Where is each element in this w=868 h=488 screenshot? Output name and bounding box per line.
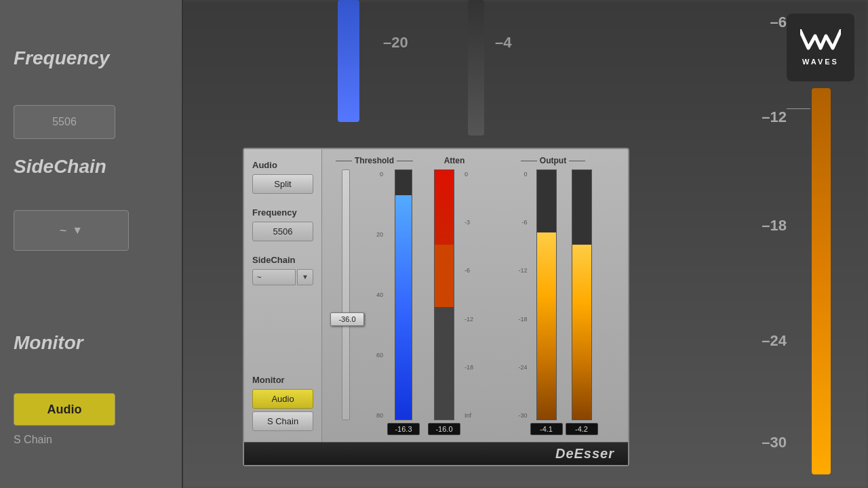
plugin-name: DeEsser [555,446,614,462]
bg-sidechain-label: SideChain [14,156,106,178]
output-left-wrapper: -4.1 [530,169,563,435]
atten-red-fill [435,170,454,245]
bg-scale-12: –12 [762,108,787,126]
bg-frequency-box: 5506 [14,105,115,139]
output-meter-group: 0 -6 -12 -18 -24 -30 -4.1 [509,169,598,435]
atten-dark-fill [435,307,454,420]
frequency-value[interactable]: 5506 [252,222,313,241]
threshold-slider-track: -36.0 [342,169,350,420]
atten-header: Atten [444,156,465,165]
sidechain-dropdown-arrow[interactable]: ▼ [297,269,313,285]
frequency-section: Frequency 5506 [252,207,313,241]
dash2 [790,108,810,109]
output-right-value: -4.2 [566,423,598,435]
plugin-sidebar: Audio Split Frequency 5506 SideChain ~ ▼… [244,149,322,442]
threshold-section: Threshold -36.0 0 20 [329,156,420,435]
split-button[interactable]: Split [252,174,313,194]
audio-section: Audio Split [252,160,313,194]
audio-monitor-button[interactable]: Audio [252,389,313,409]
sidechain-dropdown[interactable]: ~ [252,269,296,285]
bg-audio-button: Audio [14,393,115,426]
bg-scale-6: –6 [770,14,787,31]
monitor-section: Monitor Audio S Chain [252,375,313,431]
output-scale: 0 -6 -12 -18 -24 -30 [509,169,528,420]
output-line-right [569,161,585,161]
plugin-bottom-bar: DeEsser [244,442,628,465]
atten-vu-meter [434,169,454,420]
output-right-fill [572,245,591,420]
threshold-vu-wrapper: -16.3 [387,169,420,435]
output-right-wrapper: -4.2 [566,169,598,435]
output-right-meter [572,169,592,420]
frequency-label: Frequency [252,207,313,218]
atten-value-display: -16.0 [428,423,460,435]
atten-orange-fill [435,245,454,307]
threshold-line-right [397,161,413,161]
threshold-slider-container: -36.0 [329,169,363,420]
waves-symbol [800,29,841,56]
threshold-vu-fill [395,195,412,420]
left-panel: Frequency 5506 SideChain ~ ▼ Monitor Aud… [0,0,183,488]
bg-schain-label: S Chain [14,434,52,446]
bg-orange-fader [812,88,831,474]
threshold-line-left [336,161,352,161]
plugin-main: Threshold -36.0 0 20 [322,149,628,442]
sidechain-section: SideChain ~ ▼ [252,255,313,285]
threshold-scale: 0 20 40 60 80 [367,169,383,420]
bg-scale-4: –4 [495,34,511,52]
output-line-left [521,161,537,161]
bg-scale-18: –18 [762,217,787,235]
waves-text: WAVES [802,58,839,66]
output-header: Output [521,156,585,165]
atten-section: Atten -16.0 [428,156,481,435]
bg-scale-20: –20 [383,34,408,52]
bg-scale-30: –30 [762,434,787,451]
bg-scale-24: –24 [762,332,787,350]
bg-sidechain-box: ~ ▼ [14,210,129,251]
output-left-meter [536,169,557,420]
atten-scale: 0 -3 -6 -12 -18 Inf [465,169,481,420]
sidechain-label: SideChain [252,255,313,265]
bg-frequency-label: Frequency [14,47,110,69]
output-left-value: -4.1 [530,423,563,435]
threshold-header: Threshold [336,156,413,165]
sidechain-dropdown-row: ~ ▼ [252,269,313,285]
output-section: Output 0 -6 -12 -18 -24 -30 [489,156,617,435]
atten-meter-group: -16.0 0 -3 -6 -12 -18 Inf [428,169,481,435]
threshold-meters: -36.0 0 20 40 60 80 [329,169,420,435]
audio-label: Audio [252,160,313,170]
monitor-label: Monitor [252,375,313,385]
waves-logo: WAVES [787,14,854,81]
output-left-fill [537,232,556,420]
schain-monitor-button[interactable]: S Chain [252,411,313,431]
threshold-value-display: -16.3 [387,423,420,435]
plugin-panel: Audio Split Frequency 5506 SideChain ~ ▼… [243,148,629,466]
atten-vu-wrapper: -16.0 [428,169,460,435]
bg-blue-fader [338,0,359,122]
bg-monitor-label: Monitor [14,332,83,354]
threshold-slider-handle[interactable]: -36.0 [330,312,364,326]
threshold-vu-meter [395,169,412,420]
bg-dark-fader [468,0,484,136]
